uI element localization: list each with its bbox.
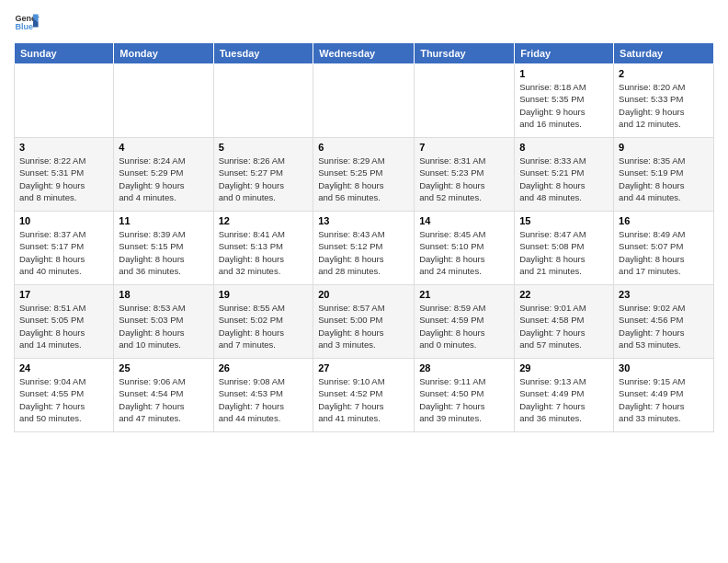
header: General Blue bbox=[14, 9, 714, 35]
day-info: Sunrise: 8:47 AM Sunset: 5:08 PM Dayligh… bbox=[519, 228, 609, 277]
day-info: Sunrise: 8:57 AM Sunset: 5:00 PM Dayligh… bbox=[318, 302, 409, 350]
day-info: Sunrise: 8:41 AM Sunset: 5:13 PM Dayligh… bbox=[219, 228, 309, 277]
day-number: 7 bbox=[419, 142, 509, 153]
day-info: Sunrise: 8:29 AM Sunset: 5:25 PM Dayligh… bbox=[318, 155, 409, 203]
col-header-wednesday: Wednesday bbox=[313, 43, 415, 64]
day-number: 22 bbox=[519, 289, 609, 300]
day-number: 15 bbox=[519, 215, 609, 226]
calendar-header-row: SundayMondayTuesdayWednesdayThursdayFrid… bbox=[15, 43, 714, 64]
day-info: Sunrise: 8:18 AM Sunset: 5:35 PM Dayligh… bbox=[519, 81, 609, 130]
calendar-cell bbox=[213, 64, 313, 138]
day-number: 17 bbox=[19, 289, 108, 300]
calendar-cell: 12Sunrise: 8:41 AM Sunset: 5:13 PM Dayli… bbox=[213, 212, 313, 285]
page: General Blue SundayMondayTuesdayWednesda… bbox=[0, 0, 728, 563]
day-info: Sunrise: 8:53 AM Sunset: 5:03 PM Dayligh… bbox=[119, 302, 208, 350]
calendar-cell: 17Sunrise: 8:51 AM Sunset: 5:05 PM Dayli… bbox=[15, 285, 114, 359]
day-info: Sunrise: 8:43 AM Sunset: 5:12 PM Dayligh… bbox=[318, 228, 409, 277]
calendar-cell: 6Sunrise: 8:29 AM Sunset: 5:25 PM Daylig… bbox=[313, 138, 415, 212]
calendar-cell bbox=[415, 64, 515, 138]
day-number: 28 bbox=[419, 362, 509, 373]
calendar-cell: 18Sunrise: 8:53 AM Sunset: 5:03 PM Dayli… bbox=[114, 285, 213, 359]
calendar-cell: 11Sunrise: 8:39 AM Sunset: 5:15 PM Dayli… bbox=[114, 212, 213, 285]
calendar-cell: 5Sunrise: 8:26 AM Sunset: 5:27 PM Daylig… bbox=[213, 138, 313, 212]
calendar-cell: 14Sunrise: 8:45 AM Sunset: 5:10 PM Dayli… bbox=[415, 212, 515, 285]
logo: General Blue bbox=[14, 9, 40, 35]
calendar-cell: 13Sunrise: 8:43 AM Sunset: 5:12 PM Dayli… bbox=[313, 212, 415, 285]
day-info: Sunrise: 9:11 AM Sunset: 4:50 PM Dayligh… bbox=[419, 375, 509, 424]
day-number: 4 bbox=[119, 142, 208, 153]
day-info: Sunrise: 8:22 AM Sunset: 5:31 PM Dayligh… bbox=[19, 155, 108, 203]
day-info: Sunrise: 8:59 AM Sunset: 4:59 PM Dayligh… bbox=[419, 302, 509, 350]
day-number: 12 bbox=[219, 215, 309, 226]
calendar-week-1: 3Sunrise: 8:22 AM Sunset: 5:31 PM Daylig… bbox=[15, 138, 714, 212]
day-info: Sunrise: 8:55 AM Sunset: 5:02 PM Dayligh… bbox=[219, 302, 309, 350]
day-number: 18 bbox=[119, 289, 208, 300]
calendar-cell: 8Sunrise: 8:33 AM Sunset: 5:21 PM Daylig… bbox=[515, 138, 614, 212]
day-number: 3 bbox=[19, 142, 108, 153]
calendar-cell bbox=[15, 64, 114, 138]
day-info: Sunrise: 9:13 AM Sunset: 4:49 PM Dayligh… bbox=[519, 375, 609, 424]
calendar-cell: 19Sunrise: 8:55 AM Sunset: 5:02 PM Dayli… bbox=[213, 285, 313, 359]
col-header-saturday: Saturday bbox=[614, 43, 714, 64]
calendar-cell: 30Sunrise: 9:15 AM Sunset: 4:49 PM Dayli… bbox=[614, 359, 714, 432]
calendar-table: SundayMondayTuesdayWednesdayThursdayFrid… bbox=[14, 42, 714, 432]
calendar-week-4: 24Sunrise: 9:04 AM Sunset: 4:55 PM Dayli… bbox=[15, 359, 714, 432]
day-number: 11 bbox=[119, 215, 208, 226]
calendar-cell: 21Sunrise: 8:59 AM Sunset: 4:59 PM Dayli… bbox=[415, 285, 515, 359]
day-info: Sunrise: 8:35 AM Sunset: 5:19 PM Dayligh… bbox=[619, 155, 709, 203]
calendar-cell bbox=[313, 64, 415, 138]
day-number: 2 bbox=[619, 68, 709, 79]
day-number: 14 bbox=[419, 215, 509, 226]
calendar-cell: 15Sunrise: 8:47 AM Sunset: 5:08 PM Dayli… bbox=[515, 212, 614, 285]
calendar-cell: 25Sunrise: 9:06 AM Sunset: 4:54 PM Dayli… bbox=[114, 359, 213, 432]
day-number: 8 bbox=[519, 142, 609, 153]
calendar-cell: 20Sunrise: 8:57 AM Sunset: 5:00 PM Dayli… bbox=[313, 285, 415, 359]
day-number: 29 bbox=[519, 362, 609, 373]
col-header-tuesday: Tuesday bbox=[213, 43, 313, 64]
svg-text:Blue: Blue bbox=[15, 22, 33, 31]
day-number: 9 bbox=[619, 142, 709, 153]
day-number: 30 bbox=[619, 362, 709, 373]
calendar-week-3: 17Sunrise: 8:51 AM Sunset: 5:05 PM Dayli… bbox=[15, 285, 714, 359]
calendar-week-0: 1Sunrise: 8:18 AM Sunset: 5:35 PM Daylig… bbox=[15, 64, 714, 138]
day-info: Sunrise: 9:06 AM Sunset: 4:54 PM Dayligh… bbox=[119, 375, 208, 424]
calendar-cell: 7Sunrise: 8:31 AM Sunset: 5:23 PM Daylig… bbox=[415, 138, 515, 212]
day-number: 24 bbox=[19, 362, 108, 373]
day-info: Sunrise: 8:37 AM Sunset: 5:17 PM Dayligh… bbox=[19, 228, 108, 277]
day-number: 20 bbox=[318, 289, 409, 300]
col-header-sunday: Sunday bbox=[15, 43, 114, 64]
calendar-cell: 26Sunrise: 9:08 AM Sunset: 4:53 PM Dayli… bbox=[213, 359, 313, 432]
logo-icon: General Blue bbox=[14, 9, 40, 35]
day-info: Sunrise: 9:08 AM Sunset: 4:53 PM Dayligh… bbox=[219, 375, 309, 424]
day-info: Sunrise: 8:31 AM Sunset: 5:23 PM Dayligh… bbox=[419, 155, 509, 203]
day-number: 1 bbox=[519, 68, 609, 79]
calendar-cell bbox=[114, 64, 213, 138]
calendar-cell: 23Sunrise: 9:02 AM Sunset: 4:56 PM Dayli… bbox=[614, 285, 714, 359]
day-info: Sunrise: 8:49 AM Sunset: 5:07 PM Dayligh… bbox=[619, 228, 709, 277]
calendar-week-2: 10Sunrise: 8:37 AM Sunset: 5:17 PM Dayli… bbox=[15, 212, 714, 285]
day-number: 26 bbox=[219, 362, 309, 373]
day-number: 6 bbox=[318, 142, 409, 153]
calendar-cell: 2Sunrise: 8:20 AM Sunset: 5:33 PM Daylig… bbox=[614, 64, 714, 138]
calendar-cell: 10Sunrise: 8:37 AM Sunset: 5:17 PM Dayli… bbox=[15, 212, 114, 285]
day-info: Sunrise: 8:26 AM Sunset: 5:27 PM Dayligh… bbox=[219, 155, 309, 203]
calendar-cell: 28Sunrise: 9:11 AM Sunset: 4:50 PM Dayli… bbox=[415, 359, 515, 432]
day-info: Sunrise: 8:20 AM Sunset: 5:33 PM Dayligh… bbox=[619, 81, 709, 130]
day-number: 16 bbox=[619, 215, 709, 226]
day-info: Sunrise: 9:04 AM Sunset: 4:55 PM Dayligh… bbox=[19, 375, 108, 424]
day-number: 19 bbox=[219, 289, 309, 300]
day-info: Sunrise: 8:24 AM Sunset: 5:29 PM Dayligh… bbox=[119, 155, 208, 203]
col-header-monday: Monday bbox=[114, 43, 213, 64]
day-number: 10 bbox=[19, 215, 108, 226]
day-number: 25 bbox=[119, 362, 208, 373]
col-header-thursday: Thursday bbox=[415, 43, 515, 64]
day-info: Sunrise: 8:33 AM Sunset: 5:21 PM Dayligh… bbox=[519, 155, 609, 203]
col-header-friday: Friday bbox=[515, 43, 614, 64]
day-info: Sunrise: 8:45 AM Sunset: 5:10 PM Dayligh… bbox=[419, 228, 509, 277]
calendar-cell: 16Sunrise: 8:49 AM Sunset: 5:07 PM Dayli… bbox=[614, 212, 714, 285]
day-number: 27 bbox=[318, 362, 409, 373]
day-number: 5 bbox=[219, 142, 309, 153]
calendar-cell: 24Sunrise: 9:04 AM Sunset: 4:55 PM Dayli… bbox=[15, 359, 114, 432]
day-number: 21 bbox=[419, 289, 509, 300]
day-info: Sunrise: 9:02 AM Sunset: 4:56 PM Dayligh… bbox=[619, 302, 709, 350]
